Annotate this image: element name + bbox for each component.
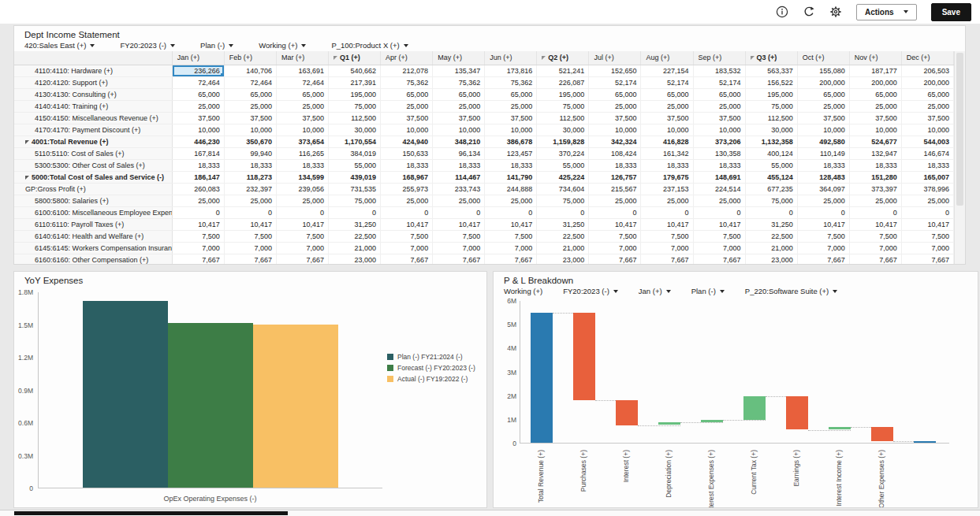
grid-cell[interactable]: 731,535 (328, 184, 380, 195)
grid-cell[interactable]: 244,888 (485, 184, 537, 195)
grid-cell[interactable]: 7,500 (381, 231, 433, 243)
grid-cell[interactable]: 0 (641, 207, 693, 219)
grid-cell[interactable]: 7,500 (797, 231, 849, 243)
row-header[interactable]: 6140:6140: Health and Welfare (+) (14, 231, 172, 243)
gear-icon[interactable] (829, 6, 842, 18)
grid-cell[interactable]: 18,333 (797, 160, 849, 172)
yoy-bar-2[interactable] (168, 323, 253, 488)
grid-cell[interactable]: 7,500 (641, 231, 693, 243)
grid-cell[interactable]: 135,347 (433, 65, 485, 77)
row-header[interactable]: 6160:6160: Other Compensation (+) (14, 254, 172, 265)
grid-cell[interactable]: 10,000 (276, 124, 328, 136)
actions-button[interactable]: Actions (856, 4, 917, 20)
column-header[interactable]: Jun (+) (485, 51, 537, 65)
grid-cell[interactable]: 0 (224, 207, 276, 219)
grid-cell[interactable]: 7,500 (589, 231, 641, 243)
grid-cell[interactable]: 65,000 (849, 89, 901, 101)
grid-cell[interactable]: 65,000 (901, 89, 953, 101)
grid-cell[interactable]: 10,000 (485, 124, 537, 136)
grid-cell[interactable]: 114,467 (433, 172, 485, 184)
grid-cell[interactable]: 7,500 (276, 231, 328, 243)
grid-cell[interactable]: 195,000 (537, 89, 589, 101)
grid-cell[interactable]: 18,333 (693, 160, 745, 172)
grid-cell[interactable]: 18,333 (641, 160, 693, 172)
pov-selector[interactable]: P_100:Product X (+) (331, 41, 408, 50)
grid-cell[interactable]: 7,000 (381, 243, 433, 254)
row-header[interactable]: 5000:Total Cost of Sales and Service (-) (14, 172, 172, 184)
row-header[interactable]: GP:Gross Profit (+) (14, 184, 172, 195)
pov-selector[interactable]: FY20:2023 (-) (120, 41, 175, 50)
row-header[interactable]: 5800:5800: Salaries (+) (14, 195, 172, 207)
grid-cell[interactable]: 165,007 (901, 172, 953, 184)
grid-cell[interactable]: 25,000 (901, 101, 953, 113)
grid-cell[interactable]: 236,266 (172, 65, 224, 77)
grid-cell[interactable]: 7,667 (224, 254, 276, 265)
grid-cell[interactable]: 37,500 (172, 113, 224, 124)
row-header[interactable]: 6100:6100: Miscellaneous Employee Expens… (14, 207, 172, 219)
grid-cell[interactable]: 37,500 (381, 113, 433, 124)
grid-cell[interactable]: 1,159,828 (537, 136, 589, 148)
grid-cell[interactable]: 7,667 (381, 254, 433, 265)
grid-cell[interactable]: 25,000 (589, 101, 641, 113)
grid-cell[interactable]: 30,000 (537, 124, 589, 136)
grid-cell[interactable]: 18,333 (172, 160, 224, 172)
grid-cell[interactable]: 224,514 (693, 184, 745, 195)
grid-cell[interactable]: 168,967 (381, 172, 433, 184)
grid-cell[interactable]: 524,677 (849, 136, 901, 148)
grid-cell[interactable]: 23,000 (328, 254, 380, 265)
grid-cell[interactable]: 75,000 (745, 101, 797, 113)
grid-cell[interactable]: 10,000 (693, 124, 745, 136)
grid-cell[interactable]: 7,000 (224, 243, 276, 254)
grid-cell[interactable]: 10,417 (433, 219, 485, 231)
grid-cell[interactable]: 21,000 (537, 243, 589, 254)
grid-cell[interactable]: 7,667 (901, 254, 953, 265)
grid-cell[interactable]: 239,056 (276, 184, 328, 195)
grid-cell[interactable]: 52,174 (641, 77, 693, 89)
grid-cell[interactable]: 10,000 (172, 124, 224, 136)
column-header[interactable]: Nov (+) (849, 51, 901, 65)
grid-cell[interactable]: 141,790 (485, 172, 537, 184)
grid-cell[interactable]: 65,000 (433, 89, 485, 101)
grid-cell[interactable]: 25,000 (276, 195, 328, 207)
grid-cell[interactable]: 10,000 (901, 124, 953, 136)
grid-cell[interactable]: 255,973 (381, 184, 433, 195)
grid-cell[interactable]: 151,280 (849, 172, 901, 184)
grid-cell[interactable]: 425,224 (537, 172, 589, 184)
grid-cell[interactable]: 75,362 (433, 77, 485, 89)
grid-cell[interactable]: 18,333 (276, 160, 328, 172)
grid-cell[interactable]: 25,000 (172, 195, 224, 207)
grid-cell[interactable]: 10,417 (172, 219, 224, 231)
grid-cell[interactable]: 112,500 (745, 113, 797, 124)
grid-cell[interactable]: 65,000 (276, 89, 328, 101)
grid-cell[interactable]: 373,654 (276, 136, 328, 148)
grid-cell[interactable]: 25,000 (381, 101, 433, 113)
pov-selector[interactable]: Plan (-) (691, 287, 725, 295)
refresh-icon[interactable] (803, 6, 815, 18)
grid-cell[interactable]: 227,154 (641, 65, 693, 77)
grid-cell[interactable]: 7,000 (901, 243, 953, 254)
grid-cell[interactable]: 31,250 (745, 219, 797, 231)
waterfall-bar-3[interactable] (616, 400, 638, 425)
grid-cell[interactable]: 150,633 (381, 148, 433, 160)
grid-cell[interactable]: 37,500 (901, 113, 953, 124)
row-header[interactable]: 4170:4170: Payment Discount (+) (14, 124, 172, 136)
grid-cell[interactable]: 0 (172, 207, 224, 219)
grid-cell[interactable]: 75,000 (537, 195, 589, 207)
grid-cell[interactable]: 217,391 (328, 77, 380, 89)
grid-cell[interactable]: 18,333 (901, 160, 953, 172)
grid-cell[interactable]: 232,397 (224, 184, 276, 195)
grid-cell[interactable]: 7,500 (693, 231, 745, 243)
grid-cell[interactable]: 108,424 (589, 148, 641, 160)
grid-cell[interactable]: 7,000 (849, 243, 901, 254)
grid-cell[interactable]: 55,000 (745, 160, 797, 172)
column-header[interactable]: Jan (+) (172, 51, 224, 65)
grid-cell[interactable]: 7,667 (485, 254, 537, 265)
grid-cell[interactable]: 37,500 (641, 113, 693, 124)
grid-cell[interactable]: 155,080 (797, 65, 849, 77)
grid-cell[interactable]: 439,019 (328, 172, 380, 184)
grid-cell[interactable]: 167,814 (172, 148, 224, 160)
column-header[interactable]: Sep (+) (693, 51, 745, 65)
grid-cell[interactable]: 0 (745, 207, 797, 219)
legend-item[interactable]: Forecast (-) FY20:2023 (-) (387, 364, 475, 372)
grid-cell[interactable]: 18,333 (224, 160, 276, 172)
